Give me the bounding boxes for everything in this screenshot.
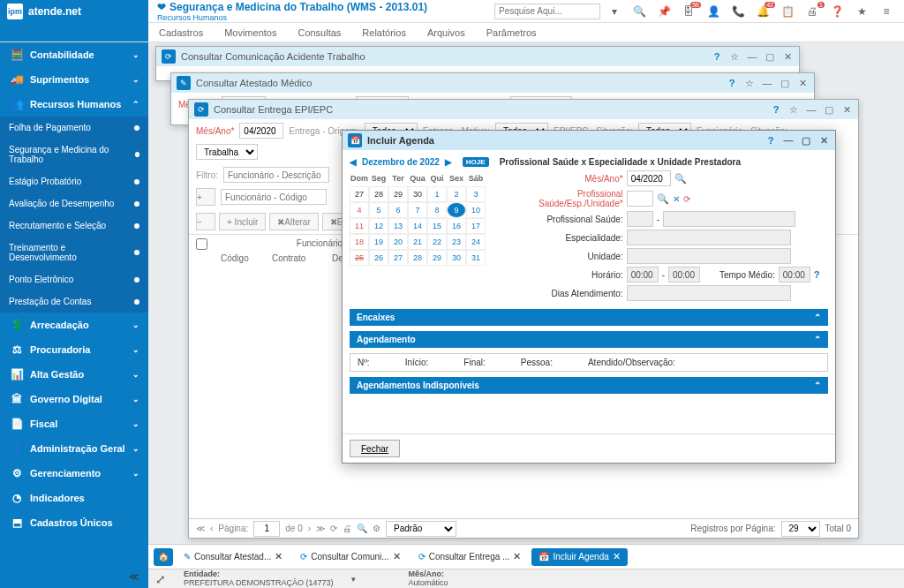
close-icon[interactable]: ✕ bbox=[840, 103, 853, 116]
maximize-icon[interactable]: ▢ bbox=[800, 134, 812, 147]
cal-day[interactable]: 15 bbox=[427, 218, 447, 234]
refresh-icon[interactable]: ⟳ bbox=[194, 102, 208, 117]
clipboard-icon[interactable]: 📋 bbox=[777, 4, 798, 19]
star-icon[interactable]: ★ bbox=[851, 4, 872, 19]
sidebar-cadunicos[interactable]: ⬒Cadastros Únicos bbox=[0, 510, 148, 535]
close-icon[interactable]: ✕ bbox=[513, 551, 521, 562]
cal-day[interactable]: 31 bbox=[466, 250, 486, 266]
refresh-icon[interactable]: ⟳ bbox=[330, 524, 337, 533]
cal-day[interactable]: 21 bbox=[408, 234, 427, 250]
sidebar-fiscal[interactable]: 📄Fiscal⌄ bbox=[0, 411, 148, 436]
tab-agenda[interactable]: 📅Incluir Agenda✕ bbox=[531, 548, 627, 566]
page-input[interactable] bbox=[253, 521, 280, 537]
remove-button[interactable]: − bbox=[196, 213, 215, 230]
help-icon[interactable]: ? bbox=[765, 134, 777, 147]
chevron-down-icon[interactable]: ▾ bbox=[351, 575, 356, 584]
sidebar-gerenciamento[interactable]: ⚙Gerenciamento⌄ bbox=[0, 461, 148, 486]
cal-day[interactable]: 1 bbox=[427, 186, 447, 202]
section-indisponiveis[interactable]: Agendamentos Indisponíveis⌃ bbox=[350, 377, 828, 394]
cal-day[interactable]: 29 bbox=[427, 250, 447, 266]
close-icon[interactable]: ✕ bbox=[781, 50, 794, 63]
close-icon[interactable]: ✕ bbox=[613, 551, 621, 562]
database-icon[interactable]: 🗄56 bbox=[678, 4, 699, 19]
tabs-home[interactable]: 🏠 bbox=[154, 548, 173, 566]
cal-day[interactable]: 22 bbox=[427, 234, 447, 250]
cal-day[interactable]: 7 bbox=[408, 202, 427, 218]
expand-icon[interactable]: ⤢ bbox=[155, 572, 166, 586]
search-icon[interactable]: 🔍 bbox=[357, 524, 367, 533]
cal-day[interactable]: 8 bbox=[427, 202, 447, 218]
help-icon[interactable]: ? bbox=[814, 269, 820, 280]
prof-input[interactable] bbox=[627, 191, 653, 207]
cal-day[interactable]: 12 bbox=[369, 218, 388, 234]
print-icon[interactable]: 🖨 bbox=[343, 524, 351, 533]
star-icon[interactable]: ☆ bbox=[728, 50, 741, 63]
sidebar-sub-ponto[interactable]: Ponto Eletrônico bbox=[0, 268, 148, 290]
close-icon[interactable]: ✕ bbox=[817, 134, 830, 147]
menu-arquivos[interactable]: Arquivos bbox=[417, 27, 476, 38]
incluir-button[interactable]: + Incluir bbox=[219, 213, 266, 230]
cal-day-today[interactable]: 9 bbox=[447, 202, 466, 218]
cal-day[interactable]: 11 bbox=[350, 218, 369, 234]
cal-day[interactable]: 27 bbox=[388, 250, 408, 266]
search-icon[interactable]: 🔍 bbox=[629, 4, 650, 19]
minimize-icon[interactable]: — bbox=[782, 134, 795, 147]
cal-day[interactable]: 3 bbox=[466, 186, 486, 202]
star-icon[interactable]: ☆ bbox=[743, 77, 756, 89]
search-icon[interactable]: 🔍 bbox=[674, 173, 687, 185]
close-icon[interactable]: ✕ bbox=[393, 551, 401, 562]
sidebar-sub-recrutamento[interactable]: Recrutamento e Seleção bbox=[0, 215, 148, 237]
help-icon[interactable]: ? bbox=[711, 50, 723, 63]
cal-today-button[interactable]: HOJE bbox=[463, 157, 489, 167]
cal-day[interactable]: 30 bbox=[408, 186, 427, 202]
sidebar-sub-prestacao[interactable]: Prestação de Contas bbox=[0, 290, 148, 313]
cal-prev-icon[interactable]: ◀ bbox=[350, 157, 357, 167]
pager-next-icon[interactable]: › bbox=[308, 524, 311, 533]
fechar-button[interactable]: Fechar bbox=[350, 440, 400, 457]
cal-next-icon[interactable]: ▶ bbox=[445, 157, 452, 167]
menu-cadastros[interactable]: Cadastros bbox=[148, 27, 214, 38]
sidebar-admgeral[interactable]: 👤Administração Geral⌄ bbox=[0, 436, 148, 461]
pager-last-icon[interactable]: ≫ bbox=[316, 524, 325, 533]
cal-day[interactable]: 24 bbox=[466, 234, 486, 250]
minimize-icon[interactable]: — bbox=[805, 103, 817, 116]
add-button[interactable]: + bbox=[196, 188, 215, 206]
cal-day[interactable]: 18 bbox=[350, 234, 369, 250]
brand-logo[interactable]: ipm atende.net bbox=[0, 0, 148, 23]
func-select[interactable]: Trabalha... bbox=[196, 144, 258, 160]
sidebar-suprimentos[interactable]: 🚚Suprimentos⌄ bbox=[0, 67, 148, 92]
tab-atestado[interactable]: ✎Consultar Atestad...✕ bbox=[177, 548, 290, 566]
sidebar-sub-treinamento[interactable]: Treinamento e Desenvolvimento bbox=[0, 237, 148, 268]
refresh-icon[interactable]: ⟳ bbox=[683, 194, 690, 204]
filtro-cod[interactable] bbox=[221, 189, 327, 205]
menu-consultas[interactable]: Consultas bbox=[287, 27, 351, 38]
cal-day[interactable]: 28 bbox=[369, 186, 388, 202]
cal-day[interactable]: 16 bbox=[447, 218, 466, 234]
menu-relatorios[interactable]: Relatórios bbox=[351, 27, 417, 38]
close-icon[interactable]: ✕ bbox=[796, 77, 809, 89]
minimize-icon[interactable]: — bbox=[761, 77, 773, 89]
sidebar-rh[interactable]: 👥Recursos Humanos⌃ bbox=[0, 92, 148, 117]
star-icon[interactable]: ☆ bbox=[787, 103, 800, 116]
section-agendamento[interactable]: Agendamento⌃ bbox=[350, 331, 828, 348]
cal-day[interactable]: 20 bbox=[388, 234, 408, 250]
phone-icon[interactable]: 📞 bbox=[727, 4, 749, 19]
cal-day[interactable]: 17 bbox=[466, 218, 486, 234]
cal-day[interactable]: 2 bbox=[447, 186, 466, 202]
cal-day[interactable]: 29 bbox=[388, 186, 408, 202]
cal-day[interactable]: 5 bbox=[369, 202, 388, 218]
clear-icon[interactable]: ✕ bbox=[673, 194, 680, 204]
pager-first-icon[interactable]: ≪ bbox=[196, 524, 205, 533]
cal-day[interactable]: 28 bbox=[408, 250, 427, 266]
layout-select[interactable]: Padrão bbox=[386, 521, 456, 537]
cal-day[interactable]: 27 bbox=[350, 186, 369, 202]
perpage-select[interactable]: 29 bbox=[781, 521, 820, 537]
mesano-input[interactable] bbox=[239, 123, 283, 139]
help-icon[interactable]: ❓ bbox=[826, 4, 848, 19]
edit-icon[interactable]: ✎ bbox=[177, 76, 191, 90]
search-icon[interactable]: 🔍 bbox=[657, 193, 669, 205]
tab-comunicacao[interactable]: ⟳Consultar Comuni...✕ bbox=[293, 548, 407, 566]
section-encaixes[interactable]: Encaixes⌃ bbox=[350, 309, 828, 326]
filtro-desc[interactable] bbox=[223, 167, 329, 183]
user-icon[interactable]: 👤 bbox=[703, 4, 724, 19]
